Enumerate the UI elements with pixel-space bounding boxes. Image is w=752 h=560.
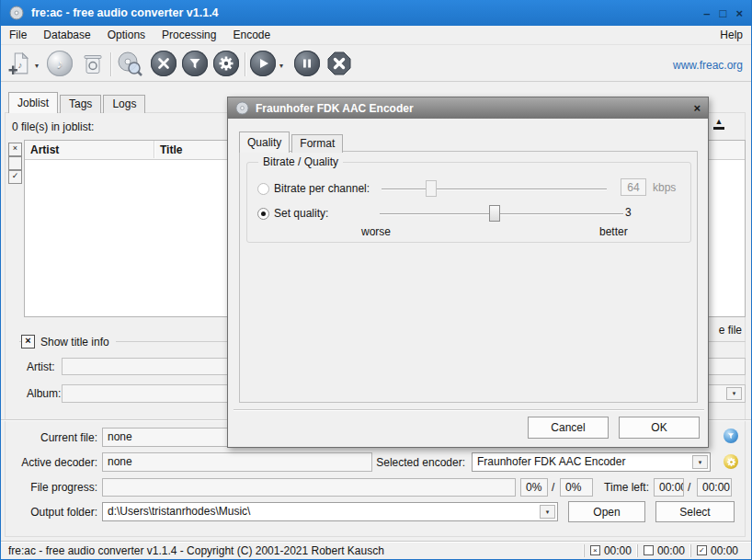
- open-button[interactable]: Open: [568, 501, 645, 522]
- dialog-button-separator: [234, 409, 704, 411]
- time-total-panel: ✓ 00:00: [690, 544, 744, 557]
- selected-encoder-value: Fraunhofer FDK AAC Encoder: [477, 455, 625, 468]
- bitrate-slider[interactable]: [382, 189, 607, 190]
- active-decoder-label: Active decoder:: [1, 456, 97, 469]
- dialog-cd-icon: [235, 101, 249, 115]
- time-separator: /: [688, 481, 690, 494]
- quality-value: 3: [625, 206, 632, 219]
- general-settings-icon[interactable]: [151, 51, 177, 76]
- signal-processing-icon[interactable]: [182, 51, 208, 76]
- quality-radio-label[interactable]: Set quality:: [274, 207, 328, 220]
- toggle-selection-button[interactable]: ✓: [8, 170, 22, 184]
- cddb-query-icon[interactable]: [117, 51, 142, 76]
- menu-bar: File Database Options Processing Encode …: [1, 26, 751, 45]
- add-files-icon[interactable]: ♪: [6, 51, 32, 76]
- show-title-info-checkbox[interactable]: × Show title info: [21, 335, 116, 349]
- select-none-button[interactable]: [8, 156, 22, 170]
- encoder-settings-icon[interactable]: [213, 51, 239, 76]
- stop-encoding-icon[interactable]: [326, 51, 352, 76]
- close-icon[interactable]: ×: [735, 7, 743, 19]
- selected-encoder-combo[interactable]: Fraunhofer FDK AAC Encoder ▾: [472, 452, 711, 472]
- encoder-dialog: Fraunhofer FDK AAC Encoder × Quality For…: [227, 97, 709, 448]
- bitrate-unit-label: kbps: [653, 181, 676, 194]
- group-label: Bitrate / Quality: [258, 155, 343, 168]
- time-total-value: 00:00: [711, 544, 738, 557]
- percent-separator: /: [552, 481, 554, 494]
- eject-button[interactable]: ▲: [711, 118, 727, 130]
- time-unselected-panel: 00:00: [637, 544, 690, 557]
- selected-encoder-label: Selected encoder:: [369, 456, 465, 469]
- minimize-icon[interactable]: –: [703, 7, 710, 19]
- time-unselected-value: 00:00: [657, 544, 685, 557]
- tab-logs[interactable]: Logs: [103, 95, 145, 113]
- checkbox-checked-icon: ×: [21, 335, 35, 349]
- bitrate-slider-thumb[interactable]: [426, 180, 437, 197]
- column-header-artist[interactable]: Artist: [30, 143, 59, 156]
- column-header-title[interactable]: Title: [160, 143, 182, 156]
- app-cd-icon: [9, 6, 24, 20]
- dialog-title-bar[interactable]: Fraunhofer FDK AAC Encoder ×: [228, 97, 708, 119]
- title-info-combo-arrow-fragment[interactable]: ▾: [726, 387, 742, 400]
- menu-file[interactable]: File: [9, 29, 27, 41]
- title-bar[interactable]: fre:ac - free audio converter v1.1.4 – □…: [1, 0, 751, 26]
- add-files-dropdown-icon[interactable]: ▾: [35, 62, 39, 70]
- quality-slider-thumb[interactable]: [489, 205, 500, 222]
- better-label: better: [599, 225, 628, 238]
- time-left-label: Time left:: [597, 481, 649, 494]
- column-divider[interactable]: [154, 141, 155, 158]
- total-tracks-icon: ✓: [697, 545, 707, 555]
- cancel-button[interactable]: Cancel: [528, 417, 609, 439]
- bitrate-radio-label[interactable]: Bitrate per channel:: [274, 182, 370, 195]
- start-encoding-icon[interactable]: [250, 51, 276, 76]
- processing-settings-icon[interactable]: [724, 429, 738, 443]
- file-progress-label: File progress:: [1, 481, 97, 494]
- output-folder-label: Output folder:: [1, 506, 97, 519]
- tab-tags[interactable]: Tags: [60, 95, 101, 113]
- dialog-title: Fraunhofer FDK AAC Encoder: [256, 102, 414, 115]
- menu-encode[interactable]: Encode: [233, 29, 270, 41]
- output-folder-arrow-icon[interactable]: ▾: [540, 505, 555, 519]
- main-tab-strip: Joblist Tags Logs: [8, 92, 147, 113]
- output-folder-combo[interactable]: d:\Users\tristanrhodes\Music\ ▾: [102, 502, 558, 521]
- bitrate-radio[interactable]: [257, 183, 269, 195]
- ok-button[interactable]: OK: [619, 417, 700, 439]
- pause-encoding-icon[interactable]: [294, 51, 320, 76]
- quality-radio[interactable]: [257, 208, 269, 220]
- menu-help[interactable]: Help: [720, 29, 743, 41]
- unselected-tracks-icon: [644, 545, 654, 555]
- time-left-file-value: 00:00: [654, 478, 684, 497]
- worse-label: worse: [361, 225, 391, 238]
- album-label: Album:: [27, 387, 61, 400]
- status-text: fre:ac - free audio converter v1.1.4 - C…: [8, 544, 384, 557]
- bitrate-value-field[interactable]: 64: [621, 178, 646, 196]
- active-decoder-value: none: [102, 452, 372, 472]
- window-controls: – □ ×: [703, 7, 743, 19]
- maximize-icon[interactable]: □: [720, 7, 727, 19]
- menu-database[interactable]: Database: [43, 29, 90, 41]
- menu-options[interactable]: Options: [108, 29, 145, 41]
- tab-format[interactable]: Format: [291, 134, 343, 153]
- select-button[interactable]: Select: [655, 501, 735, 522]
- window-title: fre:ac - free audio converter v1.1.4: [31, 6, 696, 19]
- toolbar-separator: [110, 52, 112, 76]
- dialog-close-icon[interactable]: ×: [693, 101, 701, 115]
- time-selected-value: 00:00: [604, 544, 632, 557]
- tab-quality[interactable]: Quality: [239, 131, 290, 153]
- file-percent-value: 0%: [520, 478, 548, 497]
- quality-slider[interactable]: [380, 213, 623, 215]
- status-bar: fre:ac - free audio converter v1.1.4 - C…: [1, 541, 751, 559]
- remove-all-icon[interactable]: [82, 51, 104, 76]
- dialog-tab-strip: Quality Format: [239, 131, 345, 153]
- add-cd-icon[interactable]: ♪: [47, 51, 73, 76]
- select-all-button[interactable]: ×: [8, 143, 22, 156]
- toolbar-separator: [245, 52, 246, 76]
- show-title-info-label: Show title info: [40, 336, 109, 349]
- menu-processing[interactable]: Processing: [162, 29, 216, 41]
- website-link[interactable]: www.freac.org: [673, 59, 743, 72]
- artist-label: Artist:: [27, 360, 55, 373]
- selected-encoder-arrow-icon[interactable]: ▾: [692, 455, 708, 469]
- output-folder-value: d:\Users\tristanrhodes\Music\: [108, 505, 250, 518]
- start-encoding-dropdown-icon[interactable]: ▾: [279, 62, 283, 70]
- tab-joblist[interactable]: Joblist: [8, 92, 58, 113]
- encoder-config-icon[interactable]: [724, 454, 738, 469]
